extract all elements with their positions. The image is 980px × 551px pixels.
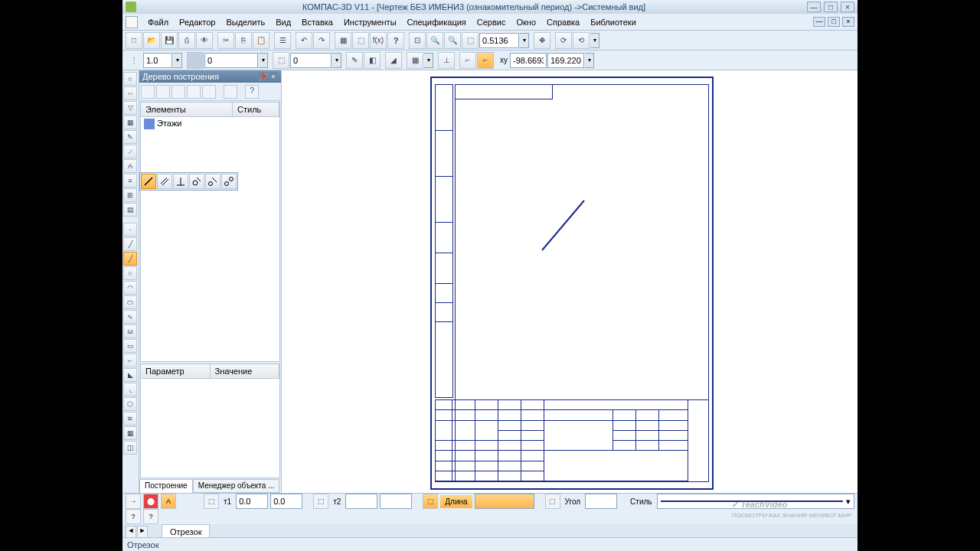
menu-window[interactable]: Окно xyxy=(511,16,541,28)
edit-icon[interactable]: ✎ xyxy=(123,130,137,144)
panel-close-icon[interactable]: × xyxy=(269,72,278,81)
line-segment[interactable] xyxy=(538,197,599,258)
fx-icon[interactable]: f(x) xyxy=(370,32,387,49)
scale-dropdown[interactable]: ▾ xyxy=(173,53,182,68)
segment-tangent-icon[interactable] xyxy=(189,174,204,189)
panel-tool5-icon[interactable] xyxy=(202,85,216,99)
prop-length-lock-icon[interactable]: ⬚ xyxy=(423,494,438,509)
prop-style-dropdown[interactable]: ▾ xyxy=(657,494,854,509)
menu-tools[interactable]: Инструменты xyxy=(338,16,402,28)
properties-icon[interactable]: ☰ xyxy=(274,32,291,49)
zoom-out-icon[interactable]: 🔍 xyxy=(444,32,461,49)
tab-prev-icon[interactable]: ◄ xyxy=(126,526,136,538)
pan-icon[interactable]: ✥ xyxy=(534,32,550,49)
aux-line-icon[interactable]: ╱ xyxy=(123,237,137,251)
zoom-in-icon[interactable]: 🔍 xyxy=(426,32,443,49)
grid-icon[interactable]: ▦ xyxy=(335,32,351,49)
polygon-tool-icon[interactable]: ⬡ xyxy=(123,397,137,411)
snap2-icon[interactable]: ⌐ xyxy=(459,52,476,69)
cut-icon[interactable]: ✂ xyxy=(217,32,234,49)
minimize-button[interactable]: — xyxy=(807,2,821,12)
doc-close-button[interactable]: × xyxy=(842,17,854,27)
layer-dropdown[interactable]: ▾ xyxy=(259,53,268,68)
geometry-icon[interactable]: ○ xyxy=(123,72,137,86)
prop-angle-lock-icon[interactable]: ⬚ xyxy=(545,494,560,509)
zoom-fit-icon[interactable]: ⊡ xyxy=(409,32,426,49)
rect-tool-icon[interactable]: ▭ xyxy=(123,339,137,353)
equid-tool-icon[interactable]: ≋ xyxy=(123,412,137,425)
segment-perp-icon[interactable] xyxy=(173,174,188,189)
layer-input[interactable] xyxy=(204,53,258,68)
redo-icon[interactable]: ↷ xyxy=(313,32,330,49)
table-icon[interactable]: ⊞ xyxy=(123,188,137,202)
circle-tool-icon[interactable]: ○ xyxy=(123,266,137,280)
view-input[interactable] xyxy=(290,53,332,68)
maximize-button[interactable]: □ xyxy=(824,2,838,12)
tree-col-style[interactable]: Стиль xyxy=(233,103,279,116)
refresh-icon[interactable]: ⟳ xyxy=(555,32,572,49)
doc-maximize-button[interactable]: □ xyxy=(828,17,840,27)
prop-angle-input[interactable] xyxy=(585,494,617,509)
eraser-icon[interactable]: ◧ xyxy=(364,52,381,69)
menu-libs[interactable]: Библиотеки xyxy=(585,16,642,28)
prop-help2-icon[interactable]: ? xyxy=(143,509,158,524)
ellipse-tool-icon[interactable]: ⬭ xyxy=(123,295,137,309)
tab-build[interactable]: Построение xyxy=(139,479,193,493)
measure-icon[interactable]: ⟋ xyxy=(123,145,137,158)
grid-dd[interactable]: ▾ xyxy=(424,53,433,68)
close-button[interactable]: × xyxy=(841,2,854,12)
panel-tool2-icon[interactable] xyxy=(156,85,170,99)
panel-tool3-icon[interactable] xyxy=(172,85,185,99)
drawing-canvas[interactable] xyxy=(282,70,858,493)
prop-t2-y-input[interactable] xyxy=(380,494,412,509)
menu-select[interactable]: Выделить xyxy=(220,16,270,28)
menu-service[interactable]: Сервис xyxy=(472,16,511,28)
zoom-window-icon[interactable]: ⬚ xyxy=(462,32,479,49)
prop-t1-lock-icon[interactable]: ⬚ xyxy=(204,494,219,509)
menu-insert[interactable]: Вставка xyxy=(296,16,338,28)
panel-tool1-icon[interactable] xyxy=(141,85,155,99)
undo-icon[interactable]: ↶ xyxy=(296,32,312,49)
print-icon[interactable]: ⎙ xyxy=(178,32,195,49)
prop-stop-icon[interactable]: ⬤ xyxy=(143,494,158,509)
hatch-icon[interactable]: ▦ xyxy=(123,116,137,129)
toolbar-overflow[interactable]: ▾ xyxy=(590,33,599,48)
menu-file[interactable]: Файл xyxy=(142,16,174,28)
save-icon[interactable]: 💾 xyxy=(161,32,178,49)
segment-basic-icon[interactable] xyxy=(141,174,156,189)
prop-auto-icon[interactable]: A xyxy=(161,494,176,509)
params-col-value[interactable]: Значение xyxy=(211,364,280,378)
layer-color-icon[interactable] xyxy=(187,52,204,69)
polyline-tool-icon[interactable]: ⌐ xyxy=(123,354,137,367)
wand-icon[interactable]: ✎ xyxy=(346,52,363,69)
redraw-icon[interactable]: ⟲ xyxy=(573,32,590,49)
prop-t2-lock-icon[interactable]: ⬚ xyxy=(313,494,328,509)
menu-help[interactable]: Справка xyxy=(541,16,585,28)
doc-minimize-button[interactable]: — xyxy=(813,17,825,27)
coord-x-input[interactable] xyxy=(510,53,547,68)
bezier-tool-icon[interactable]: ω xyxy=(123,324,137,338)
report-icon[interactable]: ▤ xyxy=(123,203,137,217)
zoom-value-input[interactable] xyxy=(479,33,519,48)
prop-help1-icon[interactable]: ? xyxy=(126,509,141,524)
layers-icon[interactable]: ⬚ xyxy=(352,32,369,49)
prop-t1-x-input[interactable] xyxy=(236,494,268,509)
panel-doc-icon[interactable] xyxy=(224,85,237,99)
prop-t1-y-input[interactable] xyxy=(270,494,302,509)
copy-icon[interactable]: ⎘ xyxy=(235,32,252,49)
ortho-icon[interactable]: ⊥ xyxy=(438,52,455,69)
dimensions-icon[interactable]: ↔ xyxy=(123,86,137,100)
grid-toggle-icon[interactable]: ▦ xyxy=(407,52,423,69)
prop-t2-x-input[interactable] xyxy=(345,494,377,509)
point-tool-icon[interactable]: · xyxy=(123,223,137,236)
new-icon[interactable]: □ xyxy=(126,32,142,49)
toolbar-handle[interactable]: ⋮ xyxy=(126,52,142,69)
text-icon[interactable]: A xyxy=(123,159,137,173)
open-icon[interactable]: 📂 xyxy=(143,32,160,49)
snap3-icon[interactable]: ⌐ xyxy=(477,52,494,69)
coord-dd[interactable]: ▾ xyxy=(585,53,594,68)
menu-view[interactable]: Вид xyxy=(270,16,296,28)
preview-icon[interactable]: 👁 xyxy=(196,32,213,49)
panel-delete-icon[interactable] xyxy=(187,85,201,99)
paste-icon[interactable]: 📋 xyxy=(253,32,270,49)
